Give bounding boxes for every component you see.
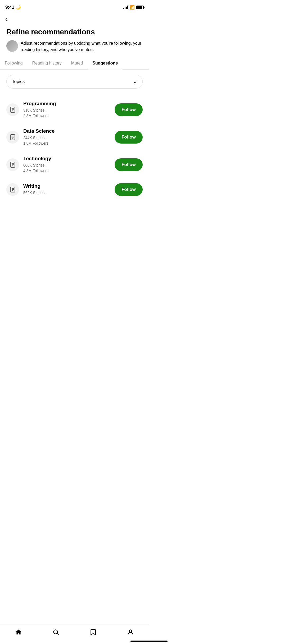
list-item: Programming 318K Stories · 2.3M Follower… xyxy=(6,96,143,123)
follow-button-data-science[interactable]: Follow xyxy=(115,131,143,144)
status-time: 9:41 xyxy=(5,5,14,10)
main-content: Topics ⌄ Programming 318K Stories · 2.3M… xyxy=(0,70,149,206)
description-text: Adjust recommendations by updating what … xyxy=(21,40,143,53)
page-header: Refine recommendations Adjust recommenda… xyxy=(0,25,149,57)
tab-following[interactable]: Following xyxy=(0,57,28,69)
nav-back[interactable]: ‹ xyxy=(0,13,149,25)
topic-name: Programming xyxy=(23,101,110,107)
topic-info-technology: Technology 606K Stories · 4.8M Followers xyxy=(23,156,110,174)
chevron-down-icon: ⌄ xyxy=(133,79,137,85)
status-icons: 📶 xyxy=(123,5,144,10)
list-item: Writing 562K Stories · Follow xyxy=(6,178,143,201)
tabs-container: Following Reading history Muted Suggesti… xyxy=(0,57,149,70)
document-icon xyxy=(10,134,16,140)
follow-button-technology[interactable]: Follow xyxy=(115,158,143,171)
topic-icon-writing xyxy=(6,183,19,196)
signal-icon xyxy=(123,6,128,9)
tab-muted[interactable]: Muted xyxy=(66,57,88,69)
moon-icon: 🌙 xyxy=(16,5,21,10)
list-item: Technology 606K Stories · 4.8M Followers… xyxy=(6,151,143,178)
topic-icon-programming xyxy=(6,103,19,116)
topic-icon-technology xyxy=(6,158,19,171)
topic-stats: 562K Stories · xyxy=(23,190,110,196)
tab-suggestions[interactable]: Suggestions xyxy=(88,57,123,69)
document-icon xyxy=(10,107,16,113)
topic-info-programming: Programming 318K Stories · 2.3M Follower… xyxy=(23,101,110,119)
back-chevron-icon[interactable]: ‹ xyxy=(5,16,7,23)
topic-stats: 318K Stories · 2.3M Followers xyxy=(23,108,110,119)
topic-stats: 606K Stories · 4.8M Followers xyxy=(23,163,110,174)
battery-icon xyxy=(136,6,144,9)
page-description: Adjust recommendations by updating what … xyxy=(6,40,143,53)
topic-info-data-science: Data Science 244K Stories · 1.8M Followe… xyxy=(23,128,110,146)
topics-label: Topics xyxy=(12,79,25,84)
topics-dropdown[interactable]: Topics ⌄ xyxy=(6,75,143,89)
tab-reading-history[interactable]: Reading history xyxy=(28,57,66,69)
topic-icon-data-science xyxy=(6,131,19,144)
topic-list: Programming 318K Stories · 2.3M Follower… xyxy=(6,96,143,201)
follow-button-writing[interactable]: Follow xyxy=(115,183,143,196)
list-item: Data Science 244K Stories · 1.8M Followe… xyxy=(6,123,143,151)
follow-button-programming[interactable]: Follow xyxy=(115,103,143,116)
topic-name: Writing xyxy=(23,183,110,189)
topic-name: Technology xyxy=(23,156,110,162)
avatar xyxy=(6,40,18,52)
document-icon xyxy=(10,162,16,168)
wifi-icon: 📶 xyxy=(130,5,135,10)
status-bar: 9:41 🌙 📶 xyxy=(0,0,149,13)
topic-info-writing: Writing 562K Stories · xyxy=(23,183,110,196)
page-title: Refine recommendations xyxy=(6,27,143,36)
document-icon xyxy=(10,186,16,193)
topic-stats: 244K Stories · 1.8M Followers xyxy=(23,135,110,146)
topic-name: Data Science xyxy=(23,128,110,134)
